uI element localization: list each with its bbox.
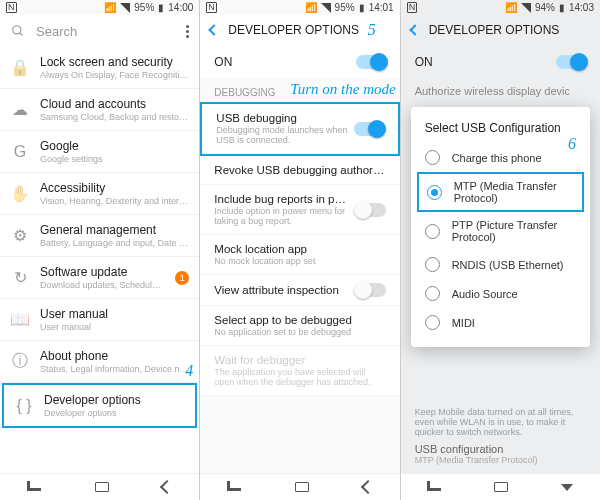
- modal-title: Select USB Configuration: [411, 119, 590, 143]
- option-charge[interactable]: Charge this phone: [411, 143, 590, 172]
- battery-pct: 94%: [535, 2, 555, 13]
- title-bar: DEVELOPER OPTIONS: [401, 15, 600, 45]
- screen-usb-config: N 📶 94% ▮ 14:03 DEVELOPER OPTIONS ON Aut…: [401, 0, 600, 500]
- toggle-bug-reports[interactable]: [356, 203, 386, 217]
- settings-item-lockscreen[interactable]: 🔒 Lock screen and security Always On Dis…: [0, 47, 199, 89]
- nav-bar: [0, 473, 199, 500]
- radio-icon: [427, 185, 442, 200]
- row-select-debug-app[interactable]: Select app to be debugged No application…: [200, 306, 399, 346]
- screen-developer-options: N 📶 95% ▮ 14:01 DEVELOPER OPTIONS 5 ON D…: [200, 0, 399, 500]
- radio-icon: [425, 257, 440, 272]
- option-midi[interactable]: MIDI: [411, 308, 590, 337]
- settings-item-about[interactable]: ⓘ About phone Status, Legal information,…: [0, 341, 199, 383]
- dimmed-below: Keep Mobile data turned on at all times,…: [415, 407, 586, 465]
- toggle-on[interactable]: [556, 55, 586, 69]
- annotation-turn-on: Turn on the mode: [290, 81, 395, 98]
- nav-recent-icon[interactable]: [27, 481, 41, 491]
- highlight-developer-options: { } Developer options Developer options: [2, 383, 197, 428]
- radio-icon: [425, 224, 440, 239]
- clock: 14:03: [569, 2, 594, 13]
- toggle-usb-debugging[interactable]: [354, 122, 384, 136]
- status-bar: N 📶 95% ▮ 14:01: [200, 0, 399, 15]
- overflow-menu-icon[interactable]: [186, 25, 189, 38]
- master-toggle-row[interactable]: ON: [200, 45, 399, 79]
- settings-item-general[interactable]: ⚙ General management Battery, Language a…: [0, 215, 199, 257]
- nav-back-icon[interactable]: [160, 480, 174, 494]
- nav-recent-icon[interactable]: [227, 481, 241, 491]
- signal-icon: [521, 3, 531, 13]
- lock-icon: 🔒: [10, 58, 30, 78]
- annotation-5: 5: [368, 21, 376, 39]
- nav-back-icon[interactable]: [361, 480, 375, 494]
- clock: 14:01: [369, 2, 394, 13]
- nfc-icon: N: [6, 2, 17, 13]
- svg-line-1: [20, 33, 23, 36]
- settings-item-cloud[interactable]: ☁ Cloud and accounts Samsung Cloud, Back…: [0, 89, 199, 131]
- svg-point-0: [13, 26, 21, 34]
- code-icon: { }: [14, 396, 34, 416]
- option-mtp[interactable]: MTP (Media Transfer Protocol): [419, 174, 582, 210]
- search-bar[interactable]: Search: [0, 15, 199, 47]
- status-bar: N 📶 94% ▮ 14:03: [401, 0, 600, 15]
- option-ptp[interactable]: PTP (Picture Transfer Protocol): [411, 212, 590, 250]
- nav-home-icon[interactable]: [95, 482, 109, 492]
- section-debugging: DEBUGGING Turn on the mode: [200, 79, 399, 102]
- toggle-view-attr[interactable]: [356, 283, 386, 297]
- wifi-icon: 📶: [104, 2, 116, 13]
- search-placeholder: Search: [36, 24, 77, 39]
- cloud-icon: ☁: [10, 100, 30, 120]
- nav-bar: [401, 473, 600, 500]
- highlight-mtp: MTP (Media Transfer Protocol): [417, 172, 584, 212]
- nfc-icon: N: [407, 2, 418, 13]
- option-rndis[interactable]: RNDIS (USB Ethernet): [411, 250, 590, 279]
- google-icon: G: [10, 142, 30, 162]
- title-bar: DEVELOPER OPTIONS 5: [200, 15, 399, 45]
- nav-down-icon[interactable]: [561, 484, 573, 491]
- battery-icon: ▮: [158, 2, 164, 13]
- update-icon: ↻: [10, 268, 30, 288]
- signal-icon: [120, 3, 130, 13]
- settings-list[interactable]: 🔒 Lock screen and security Always On Dis…: [0, 47, 199, 473]
- back-icon[interactable]: [409, 24, 420, 35]
- row-usb-debugging[interactable]: USB debugging Debugging mode launches wh…: [202, 104, 397, 154]
- radio-icon: [425, 315, 440, 330]
- nav-home-icon[interactable]: [494, 482, 508, 492]
- gear-icon: ⚙: [10, 226, 30, 246]
- row-view-attr[interactable]: View attribute inspection: [200, 275, 399, 306]
- dimmed-background: Authorize wireless display devic Select …: [401, 79, 600, 473]
- clock: 14:00: [168, 2, 193, 13]
- back-icon[interactable]: [209, 24, 220, 35]
- accessibility-icon: ✋: [10, 184, 30, 204]
- radio-icon: [425, 150, 440, 165]
- settings-item-accessibility[interactable]: ✋ Accessibility Vision, Hearing, Dexteri…: [0, 173, 199, 215]
- row-revoke-auth[interactable]: Revoke USB debugging authorizations: [200, 156, 399, 185]
- radio-icon: [425, 286, 440, 301]
- settings-item-google[interactable]: G Google Google settings: [0, 131, 199, 173]
- option-audio[interactable]: Audio Source: [411, 279, 590, 308]
- page-title: DEVELOPER OPTIONS: [429, 23, 560, 37]
- wifi-icon: 📶: [505, 2, 517, 13]
- settings-item-software-update[interactable]: ↻ Software update Download updates, Sche…: [0, 257, 199, 299]
- nav-bar: [200, 473, 399, 500]
- toggle-on[interactable]: [356, 55, 386, 69]
- signal-icon: [321, 3, 331, 13]
- wifi-icon: 📶: [305, 2, 317, 13]
- usb-config-modal: Select USB Configuration 6 Charge this p…: [411, 107, 590, 347]
- nav-recent-icon[interactable]: [427, 481, 441, 491]
- battery-icon: ▮: [559, 2, 565, 13]
- row-mock-location[interactable]: Mock location app No mock location app s…: [200, 235, 399, 275]
- highlight-usb-debugging: USB debugging Debugging mode launches wh…: [200, 102, 399, 156]
- search-icon: [10, 23, 26, 39]
- update-badge: 1: [175, 271, 189, 285]
- battery-icon: ▮: [359, 2, 365, 13]
- master-toggle-row[interactable]: ON: [401, 45, 600, 79]
- annotation-4: 4: [185, 362, 193, 380]
- battery-pct: 95%: [134, 2, 154, 13]
- on-label: ON: [214, 55, 232, 69]
- screen-settings: N 📶 95% ▮ 14:00 Search 🔒 Lock screen and…: [0, 0, 199, 500]
- nav-home-icon[interactable]: [295, 482, 309, 492]
- row-wait-debugger: Wait for debugger The application you ha…: [200, 346, 399, 396]
- settings-item-developer-options[interactable]: { } Developer options Developer options: [4, 385, 195, 426]
- row-bug-reports[interactable]: Include bug reports in power me.. Includ…: [200, 185, 399, 235]
- settings-item-manual[interactable]: 📖 User manual User manual: [0, 299, 199, 341]
